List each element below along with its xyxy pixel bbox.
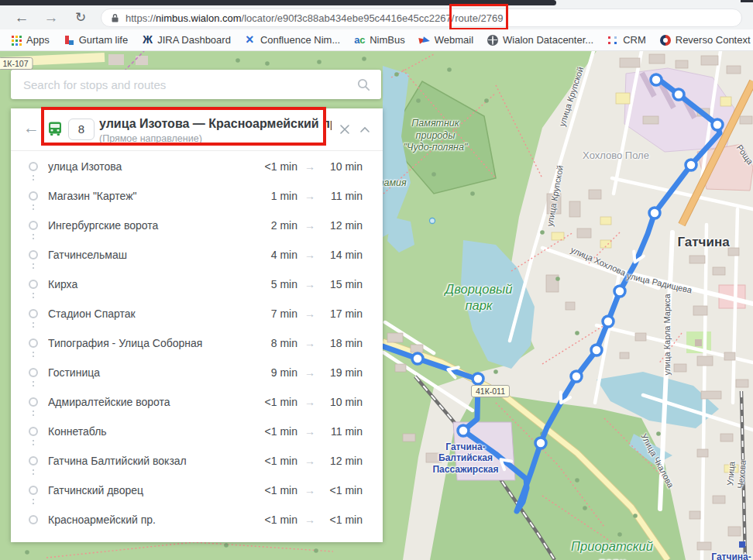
route-stop-marker[interactable] [571,371,582,382]
stop-total-time: <1 min [322,514,363,526]
stop-eta: <1 min [253,484,297,496]
stop-marker-icon [29,162,38,171]
globe-icon [487,35,498,46]
browser-reload-button[interactable]: ↻ [70,7,91,29]
bookmarks-bar: AppsGurtam lifeJIRA DashboardConfluence … [0,29,753,51]
browser-back-button[interactable]: ← [11,7,33,29]
stop-row[interactable]: Ингербургские ворота2 min→12 min [11,211,383,240]
stop-name: Типография - Улица Соборная [48,337,253,349]
route-stop-marker[interactable] [673,89,684,100]
route-stop-marker[interactable] [686,160,696,170]
stop-row[interactable]: Магазин "Картеж"1 min→11 min [11,181,383,211]
route-stop-marker[interactable] [473,373,483,384]
route-title: улица Изотова — Красноармейский пр. [99,117,332,131]
stop-total-time: 15 min [322,278,363,290]
stop-row[interactable]: Гатчинсельмаш4 min→14 min [11,240,383,270]
bookmark-label: Gurtam life [79,34,129,46]
stop-total-time: 12 min [322,219,363,232]
bookmark-gurtam[interactable]: Gurtam life [64,34,129,46]
stop-total-time: 17 min [322,307,363,320]
url-scheme: https:// [126,12,156,24]
bookmark-label: Webmail [435,34,473,46]
bookmark-nimbus[interactable]: NimBus [354,34,405,46]
stop-eta: 8 min [253,337,297,349]
stop-row[interactable]: Гатчина Балтийский вокзал<1 min→12 min [11,446,383,476]
chevron-up-icon[interactable] [359,126,370,133]
transfer-arrow-icon: → [304,337,315,349]
bookmark-apps-grid[interactable]: Apps [11,34,50,46]
stop-row[interactable]: Адмиралтейские ворота<1 min→10 min [11,387,383,417]
stop-eta: <1 min [253,425,297,438]
stop-marker-icon [29,191,38,201]
bookmark-webmail[interactable]: Webmail [419,34,473,46]
stop-eta: 7 min [253,307,297,320]
stop-row[interactable]: Стадион Спартак7 min→17 min [11,299,383,328]
bookmark-label: Reverso Context |... [676,34,753,46]
stop-total-time: 11 min [322,425,363,438]
transfer-arrow-icon: → [304,455,315,467]
stop-row[interactable]: Гостиница9 min→19 min [11,358,383,387]
stop-name: Стадион Спартак [48,307,253,320]
bookmark-reverso[interactable]: Reverso Context |... [660,34,753,46]
route-stop-marker[interactable] [651,74,662,85]
stop-row[interactable]: Типография - Улица Соборная8 min→18 min [11,328,383,358]
stop-total-time: <1 min [322,484,363,496]
stop-marker-icon [29,280,38,289]
address-bar[interactable]: https://nimbus.wialon.com/locator/e90f3c… [101,9,742,27]
stop-eta: <1 min [253,455,297,467]
stop-row[interactable]: Гатчинский дворец<1 min→<1 min [11,476,383,505]
stop-name: Гатчинсельмаш [48,249,253,261]
stop-eta: 1 min [253,190,297,202]
back-button[interactable]: ← [23,119,40,137]
stop-row[interactable]: Красноармейский пр.<1 min→<1 min [11,505,383,534]
search-bar [11,70,381,99]
url-route-segment: route/2769 [454,12,504,24]
bookmark-crm[interactable]: CRM [607,34,646,46]
transfer-arrow-icon: → [304,278,315,290]
route-stop-marker[interactable] [649,208,660,218]
route-stop-marker[interactable] [591,345,602,356]
stop-row[interactable]: Коннетабль<1 min→11 min [11,417,383,446]
stop-row[interactable]: Кирха5 min→15 min [11,270,383,299]
stop-eta: 4 min [253,249,297,261]
stop-marker-icon [29,515,38,524]
tab-strip [0,0,753,6]
route-number-badge: 8 [68,119,95,140]
lock-icon [111,13,119,23]
stop-marker-icon [29,427,38,436]
stop-marker-icon [29,368,38,377]
search-input[interactable] [23,78,357,91]
stop-marker-icon [29,221,38,230]
bookmark-label: Apps [26,34,50,46]
close-icon[interactable] [339,124,350,135]
stop-name: Магазин "Картеж" [48,190,253,202]
bookmark-jira[interactable]: JIRA Dashboard [142,34,231,46]
route-stop-marker[interactable] [412,353,423,364]
browser-forward-button[interactable]: → [40,7,62,29]
stop-row[interactable]: улица Изотова<1 min→10 min [11,152,383,181]
bookmark-label: JIRA Dashboard [157,34,231,46]
bookmark-label: NimBus [370,34,405,46]
stop-marker-icon [29,397,38,407]
bookmark-label: Wialon Datacenter... [503,34,593,46]
stop-total-time: 12 min [322,455,363,467]
url-path: /locator/e90f3c88ab434ebe95c4416e45cc226… [242,12,455,24]
stop-marker-icon [29,456,38,466]
route-stop-marker[interactable] [614,286,625,297]
stop-total-time: 19 min [322,366,363,379]
route-stop-marker[interactable] [712,119,723,130]
transfer-arrow-icon: → [304,484,315,496]
gurtam-icon [64,35,74,46]
route-stop-marker[interactable] [535,438,546,448]
bookmark-globe[interactable]: Wialon Datacenter... [487,34,593,46]
crm-icon [607,35,618,46]
bus-icon [46,120,64,137]
stop-name: Ингербургские ворота [48,219,253,232]
transfer-arrow-icon: → [304,219,315,232]
route-stop-marker[interactable] [603,316,614,327]
route-stop-marker[interactable] [458,425,469,436]
stop-name: Гатчинский дворец [48,484,253,496]
bookmark-confluence[interactable]: Confluence Nim... [245,34,340,46]
bookmark-label: CRM [623,34,646,46]
stop-marker-icon [29,338,38,348]
